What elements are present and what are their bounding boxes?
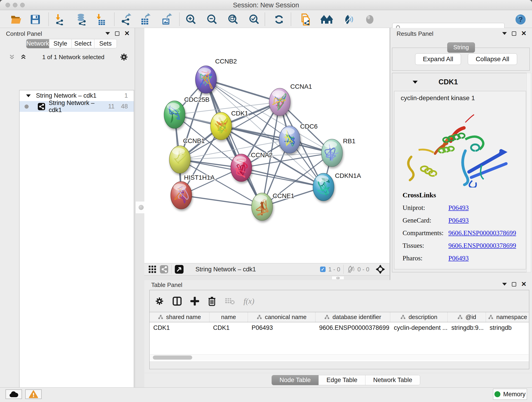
column-header[interactable]: shared name <box>150 312 209 322</box>
column-header-label: canonical name <box>265 313 307 321</box>
network-view-icon[interactable] <box>160 265 168 274</box>
network-edge-CCNB2-CCNA1[interactable] <box>206 80 280 102</box>
crosslink-value[interactable]: P06493 <box>448 254 469 262</box>
tab-network-table[interactable]: Network Table <box>365 375 420 385</box>
table-cell[interactable]: CDK1 <box>209 322 248 333</box>
table-hscrollbar-track[interactable] <box>150 354 529 360</box>
memory-button[interactable]: Memory <box>493 389 527 400</box>
column-header[interactable]: @id <box>448 312 486 322</box>
open-session-button[interactable] <box>10 13 22 26</box>
close-panel-icon[interactable]: ✕ <box>521 282 526 287</box>
network-node-CDKN1A[interactable] <box>313 173 334 201</box>
collapse-all-tree-icon[interactable] <box>20 54 27 60</box>
save-session-button[interactable] <box>29 13 41 26</box>
export-table-button[interactable] <box>139 13 151 26</box>
import-table-file-button[interactable] <box>94 13 106 26</box>
tab-edge-table[interactable]: Edge Table <box>318 375 365 385</box>
hide-selected-button[interactable] <box>342 13 354 26</box>
close-panel-icon[interactable]: ✕ <box>521 31 526 36</box>
export-image-button[interactable] <box>160 13 172 26</box>
network-edge-HIST1H1A-CCNE1[interactable] <box>181 195 262 207</box>
zoom-out-button[interactable] <box>206 13 218 26</box>
collapse-panel-icon[interactable] <box>502 32 507 35</box>
table-cell[interactable]: stringdb:9... <box>448 322 486 333</box>
first-neighbors-button[interactable] <box>321 13 333 26</box>
table-cell[interactable]: stringdb <box>486 322 529 333</box>
network-node-CCNA1[interactable] <box>269 88 290 116</box>
selected-checkbox[interactable]: ✓ <box>320 267 326 272</box>
crosslink-value[interactable]: P06493 <box>448 204 469 211</box>
collapse-all-button[interactable]: Collapse All <box>468 53 517 65</box>
network-node-CDK1[interactable] <box>210 112 232 140</box>
column-visibility-icon[interactable] <box>172 297 182 306</box>
tab-select[interactable]: Select <box>71 39 94 48</box>
network-node-CCNB2[interactable] <box>196 66 216 93</box>
crosslink-value[interactable]: 9606.ENSP00000378699 <box>448 242 516 249</box>
results-panel-title: Results Panel <box>397 30 433 37</box>
table-cell[interactable]: 9606.ENSP00000378699 <box>316 322 390 333</box>
show-all-button[interactable] <box>364 13 376 26</box>
tab-node-table[interactable]: Node Table <box>272 375 318 385</box>
network-row[interactable]: String Network – cdk1 11 48 <box>19 101 134 112</box>
network-edge-CCNA2-CDKN1A[interactable] <box>241 168 323 187</box>
column-header[interactable]: description <box>390 312 448 322</box>
cloud-status-button[interactable] <box>6 389 22 399</box>
network-node-CDC25B[interactable] <box>164 101 185 128</box>
table-cell[interactable]: CDK1 <box>150 322 209 333</box>
table-settings-gear-icon[interactable] <box>155 297 164 306</box>
collapse-panel-icon[interactable] <box>502 283 507 286</box>
crosslink-value[interactable]: P06493 <box>448 217 469 224</box>
grid-view-icon[interactable] <box>148 265 156 273</box>
collapse-panel-icon[interactable] <box>105 32 110 35</box>
pan-crosshair-icon[interactable] <box>375 264 385 274</box>
import-network-database-button[interactable] <box>76 13 88 26</box>
network-node-CCNB1[interactable] <box>169 146 190 173</box>
table-cell[interactable]: cyclin-dependent ... <box>390 322 448 333</box>
network-node-CDC6[interactable] <box>279 126 300 153</box>
table-cell[interactable]: P06493 <box>248 322 316 333</box>
table-hscrollbar-thumb[interactable] <box>153 356 192 360</box>
tree-expander-icon[interactable] <box>26 94 31 98</box>
tab-string[interactable]: String <box>447 42 475 53</box>
column-header[interactable]: canonical name <box>248 312 316 322</box>
apply-layout-button[interactable] <box>273 13 285 26</box>
zoom-in-button[interactable] <box>185 13 197 26</box>
apply-function-button[interactable]: f(x) <box>244 297 254 306</box>
column-header[interactable]: name <box>209 312 248 322</box>
add-column-icon[interactable] <box>190 297 199 306</box>
crosslink-value[interactable]: 9606.ENSP00000378699 <box>448 229 516 237</box>
network-edge-CCNB2-CCNE1[interactable] <box>206 80 262 207</box>
hidden-eye-icon[interactable] <box>347 266 355 273</box>
help-button[interactable]: ? <box>515 13 526 26</box>
expand-all-tree-icon[interactable] <box>9 54 15 60</box>
zoom-selected-button[interactable] <box>248 13 260 26</box>
float-panel-icon[interactable] <box>115 32 119 36</box>
bottom-splitter-handle[interactable] <box>332 276 344 280</box>
entry-expander-icon[interactable] <box>412 80 418 84</box>
column-header[interactable]: database identifier <box>316 312 390 322</box>
network-node-RB1[interactable] <box>322 139 342 167</box>
import-network-file-button[interactable] <box>54 13 65 26</box>
tab-sets[interactable]: Sets <box>94 39 117 48</box>
delete-table-icon[interactable] <box>225 297 235 305</box>
export-network-button[interactable] <box>120 13 132 26</box>
expand-all-button[interactable]: Expand All <box>415 53 461 65</box>
network-canvas[interactable]: CCNB2CCNA1CDC25BCDK1CDC6RB1CCNB1CCNA2CDK… <box>144 28 389 263</box>
network-node-CCNA2[interactable] <box>231 154 252 182</box>
close-panel-icon[interactable]: ✕ <box>124 31 130 36</box>
birdseye-view-icon[interactable] <box>175 265 184 274</box>
warning-status-button[interactable] <box>25 389 42 399</box>
results-scrollbar-track[interactable] <box>526 73 531 272</box>
zoom-fit-button[interactable] <box>227 13 239 26</box>
tab-style[interactable]: Style <box>49 39 72 48</box>
network-node-CCNE1[interactable] <box>252 193 273 220</box>
tab-network[interactable]: Network <box>26 39 49 48</box>
network-from-selection-button[interactable] <box>300 13 312 26</box>
column-header[interactable]: namespace <box>486 312 529 322</box>
table-row[interactable]: CDK1CDK1P064939606.ENSP00000378699cyclin… <box>150 322 529 333</box>
network-options-gear-icon[interactable] <box>120 53 128 61</box>
float-panel-icon[interactable] <box>512 282 516 287</box>
float-panel-icon[interactable] <box>512 32 516 36</box>
network-node-HIST1H1A[interactable] <box>171 182 192 209</box>
delete-column-trash-icon[interactable] <box>208 296 216 306</box>
